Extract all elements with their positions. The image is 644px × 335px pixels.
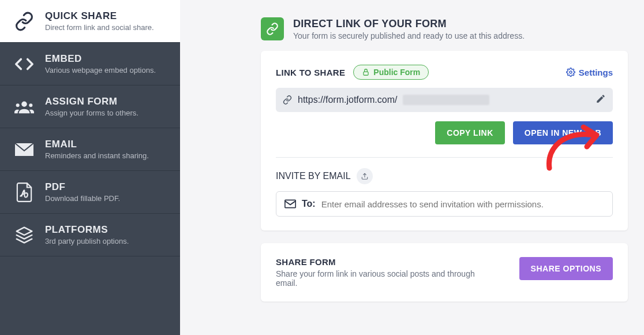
sidebar-item-title: EMAIL <box>45 139 149 150</box>
sidebar-item-embed[interactable]: EMBED Various webpage embed options. <box>0 43 180 85</box>
link-icon <box>283 95 292 105</box>
code-icon <box>14 54 35 75</box>
envelope-icon <box>14 139 35 160</box>
sidebar-item-title: PLATFORMS <box>45 224 129 236</box>
sidebar-item-desc: Assign your forms to others. <box>45 109 138 117</box>
link-share-card: LINK TO SHARE Public Form Settings https… <box>261 51 628 230</box>
share-form-desc: Share your form link in various social p… <box>276 269 495 288</box>
sidebar-item-desc: Download fillable PDF. <box>45 194 120 203</box>
copy-link-button[interactable]: COPY LINK <box>435 121 504 144</box>
sidebar-item-email[interactable]: EMAIL Reminders and instant sharing. <box>0 128 180 171</box>
page-title: DIRECT LINK OF YOUR FORM <box>293 18 525 30</box>
lock-icon <box>362 68 370 76</box>
sidebar-item-desc: Reminders and instant sharing. <box>45 151 149 160</box>
sidebar-item-title: ASSIGN FORM <box>45 96 138 107</box>
to-label: To: <box>302 199 316 209</box>
sidebar-item-desc: 3rd party publish options. <box>45 237 129 245</box>
settings-link[interactable]: Settings <box>566 68 613 77</box>
svg-point-6 <box>570 71 572 73</box>
open-new-tab-button[interactable]: OPEN IN NEW TAB <box>513 121 613 144</box>
users-icon <box>14 96 35 117</box>
share-form-title: SHARE FORM <box>276 257 510 267</box>
sidebar-item-desc: Direct form link and social share. <box>45 23 154 32</box>
page-subtitle: Your form is securely published and read… <box>293 31 525 40</box>
svg-point-1 <box>16 103 20 107</box>
svg-rect-5 <box>364 72 368 75</box>
main-panel: DIRECT LINK OF YOUR FORM Your form is se… <box>180 0 644 335</box>
sidebar-item-pdf[interactable]: PDF Download fillable PDF. <box>0 171 180 214</box>
link-share-label: LINK TO SHARE <box>276 68 345 77</box>
page-header: DIRECT LINK OF YOUR FORM Your form is se… <box>261 17 628 40</box>
sidebar-item-platforms[interactable]: PLATFORMS 3rd party publish options. <box>0 214 180 256</box>
svg-point-0 <box>21 101 27 106</box>
svg-marker-4 <box>17 227 32 234</box>
sidebar-item-title: EMBED <box>45 53 156 65</box>
pencil-icon <box>596 94 606 104</box>
visibility-pill-label: Public Form <box>373 68 420 77</box>
link-icon <box>261 17 284 40</box>
sidebar-item-title: QUICK SHARE <box>45 10 154 22</box>
gear-icon <box>566 68 575 77</box>
invite-email-input[interactable] <box>321 199 604 209</box>
envelope-icon <box>284 199 296 209</box>
sidebar-item-assign-form[interactable]: ASSIGN FORM Assign your forms to others. <box>0 85 180 128</box>
upload-icon[interactable] <box>357 168 373 184</box>
pdf-icon <box>14 182 35 203</box>
layers-icon <box>14 225 35 245</box>
sidebar-item-desc: Various webpage embed options. <box>45 66 156 75</box>
form-url-box: https://form.jotform.com/ <box>276 88 613 112</box>
share-form-card: SHARE FORM Share your form link in vario… <box>261 243 628 302</box>
form-url: https://form.jotform.com/ <box>298 95 397 105</box>
form-url-redacted <box>403 95 489 105</box>
visibility-pill[interactable]: Public Form <box>353 65 429 80</box>
edit-url-button[interactable] <box>596 94 606 106</box>
sidebar: QUICK SHARE Direct form link and social … <box>0 0 180 335</box>
sidebar-item-title: PDF <box>45 181 120 193</box>
invite-label: INVITE BY EMAIL <box>276 171 351 181</box>
invite-email-box[interactable]: To: <box>276 191 613 217</box>
share-options-button[interactable]: SHARE OPTIONS <box>519 257 613 280</box>
settings-label: Settings <box>579 68 613 77</box>
divider <box>276 157 613 158</box>
svg-point-2 <box>29 103 32 107</box>
sidebar-item-quick-share[interactable]: QUICK SHARE Direct form link and social … <box>0 0 180 43</box>
link-icon <box>14 11 35 32</box>
